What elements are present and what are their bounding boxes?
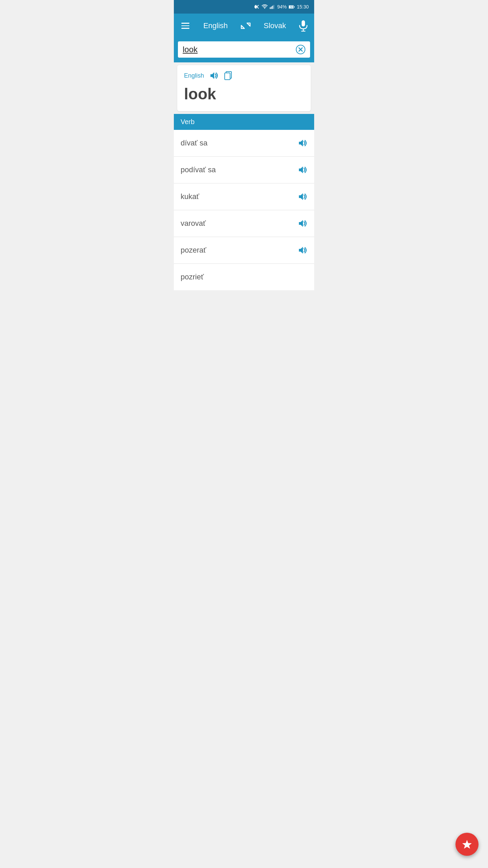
- translation-item: podívať sa: [174, 157, 314, 183]
- svg-rect-12: [225, 73, 230, 80]
- svg-rect-7: [302, 20, 305, 26]
- menu-button[interactable]: [180, 21, 191, 30]
- translation-sound-button-1[interactable]: [298, 165, 307, 174]
- translation-list: dívať sa podívať sa kukať: [174, 130, 314, 290]
- translation-sound-button-4[interactable]: [298, 246, 307, 255]
- battery-percentage: 94%: [277, 4, 287, 9]
- translation-word: kukať: [181, 192, 199, 201]
- svg-rect-2: [272, 6, 273, 9]
- status-bar-right: 94% 15:30: [254, 4, 309, 9]
- search-clear-button[interactable]: [296, 45, 305, 54]
- source-sound-button[interactable]: [209, 72, 218, 80]
- translation-sound-button-3[interactable]: [298, 219, 307, 228]
- translation-sound-button-2[interactable]: [298, 192, 307, 201]
- search-input[interactable]: [183, 45, 296, 54]
- nav-bar: English Slovak: [174, 14, 314, 38]
- translation-item: pozerať: [174, 237, 314, 264]
- translation-item: varovať: [174, 210, 314, 237]
- status-bar: 94% 15:30: [174, 0, 314, 14]
- time-display: 15:30: [297, 4, 309, 9]
- target-language-selector[interactable]: Slovak: [264, 21, 286, 30]
- translation-sound-button-0[interactable]: [298, 139, 307, 147]
- translation-item: pozrieť: [174, 264, 314, 290]
- source-card-header: English: [184, 71, 304, 80]
- translation-word: pozrieť: [181, 273, 204, 281]
- source-lang-label: English: [184, 72, 204, 79]
- source-word-card: English look: [177, 65, 311, 111]
- battery-icon: [289, 5, 295, 9]
- svg-rect-1: [271, 6, 272, 9]
- source-copy-button[interactable]: [224, 71, 232, 80]
- translation-word: pozerať: [181, 246, 206, 255]
- svg-rect-0: [270, 7, 270, 9]
- translation-word: podívať sa: [181, 165, 216, 174]
- search-bar: [174, 38, 314, 62]
- wifi-icon: [262, 4, 268, 9]
- signal-icon: [270, 4, 275, 9]
- translation-item: kukať: [174, 183, 314, 210]
- part-of-speech-header: Verb: [174, 114, 314, 130]
- translation-word: dívať sa: [181, 139, 207, 147]
- translation-word: varovať: [181, 219, 206, 228]
- search-input-wrapper: [178, 41, 310, 58]
- translation-item: dívať sa: [174, 130, 314, 157]
- svg-rect-3: [273, 5, 274, 9]
- mute-icon: [254, 4, 260, 9]
- source-language-selector[interactable]: English: [203, 21, 228, 30]
- microphone-button[interactable]: [299, 20, 308, 32]
- svg-rect-6: [294, 6, 294, 7]
- source-word-text: look: [184, 85, 304, 103]
- swap-languages-button[interactable]: [240, 22, 251, 29]
